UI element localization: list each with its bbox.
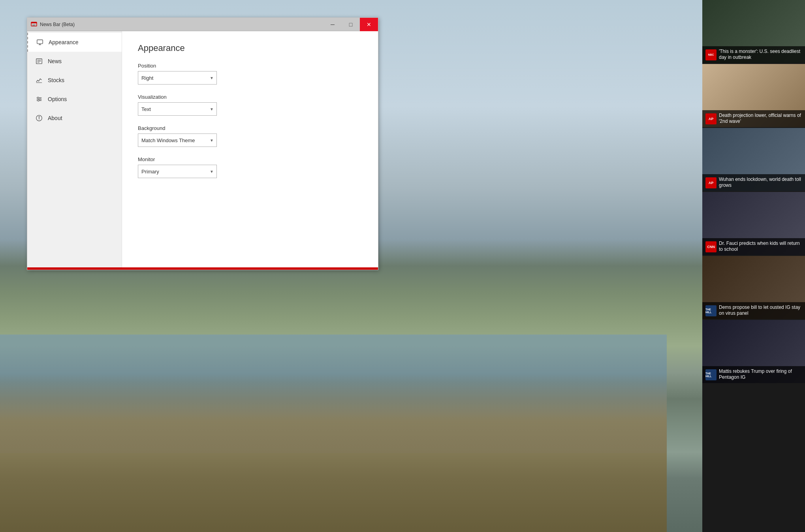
settings-window: News Bar (Beta) ─ □ ✕ Appearance [27,17,378,270]
news-card[interactable]: NBC 'This is a monster': U.S. sees deadl… [702,0,805,63]
sidebar-label-news: News [48,58,62,64]
sidebar-label-stocks: Stocks [48,77,64,83]
news-headline: Dems propose bill to let ousted IG stay … [719,305,802,317]
news-source-badge: THE HILL [705,305,717,316]
news-card[interactable]: THE HILL Mattis rebukes Trump over firin… [702,320,805,383]
visualization-select-wrapper: Text Ticker Marquee ▼ [138,102,217,116]
news-headline: Wuhan ends lockdown, world death toll gr… [719,177,802,189]
svg-rect-4 [37,40,43,44]
window-body: Appearance News [27,31,378,267]
title-bar-controls: ─ □ ✕ [324,18,378,31]
stocks-icon [35,76,43,84]
news-source-badge: CNN [705,241,717,252]
news-headline: 'This is a monster': U.S. sees deadliest… [719,49,802,61]
app-icon [30,21,38,28]
news-source-badge: NBC [705,49,717,60]
title-bar: News Bar (Beta) ─ □ ✕ [27,18,378,31]
background-label: Background [138,125,362,131]
news-card[interactable]: AP Death projection lower, official warn… [702,64,805,127]
news-source-badge: THE HILL [705,369,717,380]
visualization-group: Visualization Text Ticker Marquee ▼ [138,94,362,116]
position-label: Position [138,63,362,69]
news-card[interactable]: CNN Dr. Fauci predicts when kids will re… [702,192,805,255]
news-source-badge: AP [705,113,717,124]
svg-point-15 [38,97,39,99]
sidebar-label-about: About [48,115,62,121]
news-headline: Dr. Fauci predicts when kids will return… [719,241,802,253]
sidebar-item-about[interactable]: About [27,109,122,128]
sidebar-item-stocks[interactable]: Stocks [27,71,122,90]
content-area: Appearance Position Left Right Top Botto… [122,31,378,267]
sidebar-label-appearance: Appearance [49,39,79,45]
news-sidebar: NBC 'This is a monster': U.S. sees deadl… [702,0,805,532]
bottom-accent-bar [27,267,378,270]
monitor-select[interactable]: Primary Secondary All [138,165,217,178]
close-button[interactable]: ✕ [360,18,378,31]
news-headline: Mattis rebukes Trump over firing of Pent… [719,368,802,381]
background-group: Background Match Windows Theme Light Dar… [138,125,362,147]
position-group: Position Left Right Top Bottom ▼ [138,63,362,85]
monitor-select-wrapper: Primary Secondary All ▼ [138,165,217,178]
svg-rect-1 [31,22,37,23]
svg-point-16 [39,98,41,100]
page-title: Appearance [138,43,362,53]
sidebar-item-news[interactable]: News [27,52,122,71]
nav-sidebar: Appearance News [27,31,122,267]
monitor-icon [36,38,44,46]
about-icon [35,114,43,122]
news-icon [35,57,43,65]
background-select-wrapper: Match Windows Theme Light Dark Custom ▼ [138,133,217,147]
svg-point-20 [39,117,39,117]
news-card[interactable]: THE HILL Dems propose bill to let ousted… [702,256,805,319]
news-headline: Death projection lower, official warns o… [719,113,802,125]
background-select[interactable]: Match Windows Theme Light Dark Custom [138,133,217,147]
news-card[interactable]: AP Wuhan ends lockdown, world death toll… [702,128,805,191]
minimize-button[interactable]: ─ [324,18,342,31]
svg-point-17 [38,100,39,102]
position-select-wrapper: Left Right Top Bottom ▼ [138,71,217,85]
monitor-group: Monitor Primary Secondary All ▼ [138,156,362,178]
visualization-label: Visualization [138,94,362,100]
position-select[interactable]: Left Right Top Bottom [138,71,217,85]
sidebar-label-options: Options [48,96,67,102]
visualization-select[interactable]: Text Ticker Marquee [138,102,217,116]
sidebar-item-appearance[interactable]: Appearance [27,33,122,52]
news-source-badge: AP [705,177,717,188]
monitor-label: Monitor [138,156,362,162]
maximize-button[interactable]: □ [342,18,360,31]
options-icon [35,95,43,103]
sidebar-item-options[interactable]: Options [27,90,122,109]
